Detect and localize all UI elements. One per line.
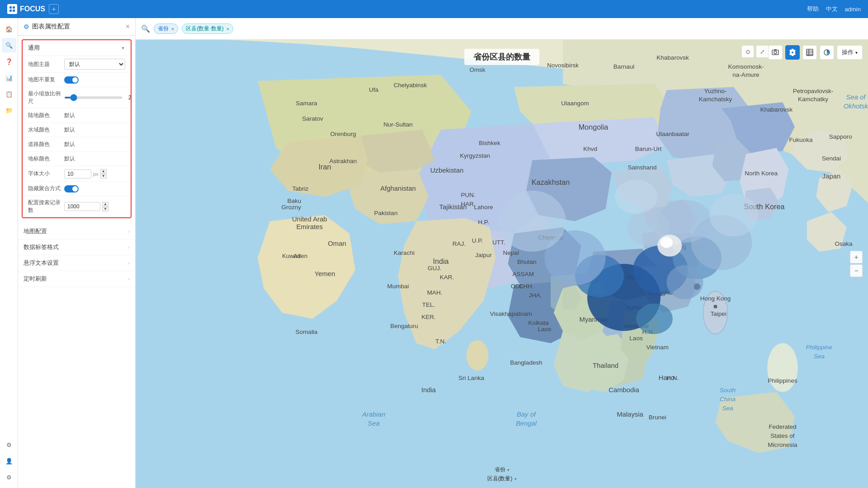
zoom-slider[interactable] [64,97,123,99]
add-tab-button[interactable]: + [49,4,59,14]
svg-text:Pakistan: Pakistan [374,210,398,216]
svg-text:Fukuoka: Fukuoka [789,136,813,143]
action-button[interactable]: 操作 ▾ [837,45,863,60]
svg-text:RAJ.: RAJ. [453,240,466,247]
panel-header: ⚙ 图表属性配置 × [18,18,135,36]
sidebar-item-search[interactable]: 🔍 [2,38,16,52]
map-reset-button[interactable]: ⊙ [741,45,754,58]
svg-text:H.P.: H.P. [478,219,489,225]
menu-item-tooltip-text[interactable]: 悬浮文本设置 › [18,255,135,271]
menu-item-auto-refresh[interactable]: 定时刷新 › [18,271,135,287]
legend-district-label: 区县(数量) [487,475,513,483]
land-color-text: 默认 [64,112,75,119]
tag-province-close[interactable]: × [171,26,174,32]
svg-text:Kamchatsky: Kamchatsky [699,96,732,103]
water-color-value: 默认 [64,126,125,134]
menu-item-map-config[interactable]: 地图配置 › [18,224,135,239]
search-records-input[interactable] [64,202,100,211]
no-repeat-toggle[interactable] [64,76,79,84]
svg-point-139 [660,237,673,248]
config-row-zoom: 最小缩放比例尺 2 ▲ ▼ [23,87,131,108]
font-size-decrement[interactable]: ▼ [100,174,107,178]
font-size-value: px ▲ ▼ [64,169,125,178]
sidebar-item-settings-mid[interactable]: ⚙ [2,437,16,452]
menu-item-tooltip-text-label: 悬浮文本设置 [24,259,59,267]
search-records-decrement[interactable]: ▼ [102,207,108,211]
panel-close-button[interactable]: × [126,23,130,31]
search-records-increment[interactable]: ▲ [102,202,108,206]
pie-tool[interactable] [820,45,834,60]
hide-aggregate-toggle[interactable] [64,185,79,192]
svg-text:Mumbai: Mumbai [387,283,409,290]
sidebar-item-settings-bottom[interactable]: ⚙ [2,470,16,484]
svg-text:Chelyabinsk: Chelyabinsk [394,81,427,88]
legend-district[interactable]: 区县(数量) ▾ [487,475,517,483]
language-switch[interactable]: 中文 [826,5,838,13]
map-area: 🔍 省份 × 区县(数量·数量) × [136,18,868,488]
svg-text:Micronesia: Micronesia [768,441,797,448]
svg-text:Sapporo: Sapporo [829,133,852,140]
svg-text:Nepal: Nepal [503,249,519,256]
sidebar-item-chart[interactable]: 📊 [2,70,16,85]
zoom-out-button[interactable]: − [850,264,863,277]
svg-text:Sea: Sea [814,353,825,360]
search-records-label: 配置搜索记录数 [28,199,64,214]
svg-text:Khabarovsk: Khabarovsk [760,106,793,113]
svg-text:Novosibirsk: Novosibirsk [547,62,579,69]
svg-text:Kazakhstan: Kazakhstan [532,178,570,186]
topbar-left: FOCUS + [7,4,59,14]
svg-text:ODI.: ODI. [511,283,524,290]
svg-text:T.N.: T.N. [435,338,446,344]
config-section-header[interactable]: 通用 ▼ [23,40,131,56]
landmark-color-value: 默认 [64,155,125,163]
config-row-road-color: 道路颜色 默认 [23,137,131,152]
logo-icon [7,4,17,14]
svg-text:Komsomosk-: Komsomosk- [728,63,764,70]
map-background[interactable]: Sea of Okhotsk South China Sea Arabian S… [136,40,868,488]
tag-district-close[interactable]: × [226,26,229,32]
tag-province-text: 省份 [158,25,169,33]
settings-icon: ⚙ [24,23,29,30]
sidebar-item-user[interactable]: 👤 [2,454,16,468]
zoom-in-button[interactable]: + [850,251,863,263]
font-size-input[interactable] [64,169,91,178]
svg-text:Bay of: Bay of [517,411,537,418]
theme-select[interactable]: 默认 [64,59,125,70]
config-row-theme: 地图主题 默认 [23,56,131,73]
tag-district-text: 区县(数量·数量) [186,25,223,33]
svg-point-136 [709,194,758,237]
tag-district: 区县(数量·数量) × [182,23,233,34]
topbar-right: 帮助 中文 admin [807,5,861,13]
svg-point-130 [667,265,703,300]
help-link[interactable]: 帮助 [807,5,819,13]
action-chevron-icon: ▾ [855,50,858,55]
config-section-chevron: ▼ [121,46,125,51]
sidebar-item-home[interactable]: 🏠 [2,22,16,36]
sidebar-item-list[interactable]: 📋 [2,87,16,101]
menu-items: 地图配置 › 数据标签格式 › 悬浮文本设置 › 定时刷新 › [18,222,135,289]
map-tools: 操作 ▾ [768,45,863,60]
land-color-label: 陆地颜色 [28,112,64,119]
theme-label: 地图主题 [28,61,64,68]
svg-text:Mongolia: Mongolia [579,123,609,131]
table-tool[interactable] [802,45,817,60]
user-name[interactable]: admin [845,6,861,13]
screenshot-tool[interactable] [768,45,783,60]
sidebar-item-help[interactable]: ❓ [2,54,16,69]
legend-province[interactable]: 省份 ▾ [495,466,509,474]
sidebar-item-folder[interactable]: 📁 [2,103,16,117]
svg-text:Khabarovsk: Khabarovsk [656,54,689,61]
settings-tool[interactable] [785,45,800,60]
road-color-label: 道路颜色 [28,141,64,148]
config-row-land-color: 陆地颜色 默认 [23,108,131,123]
menu-item-data-label-format[interactable]: 数据标签格式 › [18,239,135,255]
app-logo: FOCUS [7,4,45,14]
menu-item-auto-refresh-chevron: › [128,276,130,282]
search-icon[interactable]: 🔍 [141,24,150,33]
map-fit-button[interactable]: ⤢ [756,45,769,58]
svg-point-137 [615,180,658,214]
font-size-increment[interactable]: ▲ [100,169,107,174]
panel-header-left: ⚙ 图表属性配置 [24,23,70,31]
svg-text:Saratov: Saratov [302,115,323,122]
svg-text:States of: States of [770,432,795,439]
